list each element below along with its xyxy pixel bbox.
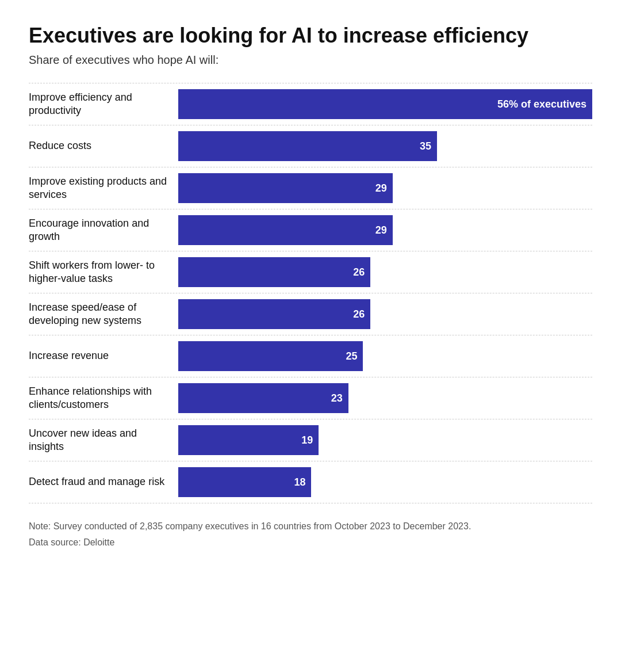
bar-label: Increase revenue (29, 349, 178, 362)
bar-label: Reduce costs (29, 139, 178, 152)
bar-label: Improve existing products andservices (29, 175, 178, 202)
bar-track: 29 (178, 173, 592, 203)
bar-track: 26 (178, 299, 592, 329)
bar-label: Uncover new ideas andinsights (29, 427, 178, 454)
bar-track: 35 (178, 131, 592, 161)
bar-fill: 56% of executives (178, 89, 592, 119)
bar-value: 26 (353, 308, 365, 320)
bar-track: 26 (178, 257, 592, 287)
bar-fill: 26 (178, 299, 370, 329)
bar-chart: Improve efficiency andproductivity56% of… (29, 83, 592, 503)
bar-label: Encourage innovation andgrowth (29, 217, 178, 244)
bar-track: 23 (178, 383, 592, 413)
bar-fill: 25 (178, 341, 363, 371)
bar-value: 56% of executives (497, 98, 586, 110)
chart-title: Executives are looking for AI to increas… (29, 23, 592, 48)
bar-fill: 23 (178, 383, 348, 413)
footnote-note: Note: Survey conducted of 2,835 company … (29, 520, 592, 533)
bar-row: Improve existing products andservices29 (29, 167, 592, 209)
bar-row: Enhance relationships withclients/custom… (29, 377, 592, 419)
bar-value: 25 (346, 350, 357, 362)
bar-row: Increase speed/ease ofdeveloping new sys… (29, 293, 592, 335)
bar-label: Enhance relationships withclients/custom… (29, 385, 178, 412)
bar-row: Encourage innovation andgrowth29 (29, 209, 592, 251)
bar-fill: 18 (178, 467, 311, 497)
bar-fill: 29 (178, 173, 393, 203)
bar-value: 23 (331, 392, 343, 404)
bar-value: 29 (375, 182, 387, 194)
bar-row: Shift workers from lower- tohigher-value… (29, 251, 592, 293)
footnote: Note: Survey conducted of 2,835 company … (29, 520, 592, 549)
bar-value: 35 (420, 140, 431, 152)
bar-label: Shift workers from lower- tohigher-value… (29, 259, 178, 286)
bar-track: 19 (178, 425, 592, 455)
bar-row: Uncover new ideas andinsights19 (29, 419, 592, 461)
bar-fill: 26 (178, 257, 370, 287)
chart-subtitle: Share of executives who hope AI will: (29, 54, 592, 67)
bar-value: 29 (375, 224, 387, 236)
footnote-source: Data source: Deloitte (29, 536, 592, 549)
bar-track: 25 (178, 341, 592, 371)
bar-row: Increase revenue25 (29, 335, 592, 377)
bar-row: Detect fraud and manage risk18 (29, 461, 592, 503)
bar-fill: 29 (178, 215, 393, 245)
bar-value: 19 (301, 434, 313, 446)
bar-row: Reduce costs35 (29, 125, 592, 167)
bar-track: 18 (178, 467, 592, 497)
bar-value: 26 (353, 266, 365, 278)
bar-fill: 35 (178, 131, 437, 161)
bar-label: Detect fraud and manage risk (29, 475, 178, 488)
bar-fill: 19 (178, 425, 319, 455)
bar-track: 29 (178, 215, 592, 245)
bar-value: 18 (294, 476, 305, 488)
bar-row: Improve efficiency andproductivity56% of… (29, 83, 592, 125)
bar-track: 56% of executives (178, 89, 592, 119)
bar-label: Increase speed/ease ofdeveloping new sys… (29, 301, 178, 328)
bar-label: Improve efficiency andproductivity (29, 91, 178, 118)
